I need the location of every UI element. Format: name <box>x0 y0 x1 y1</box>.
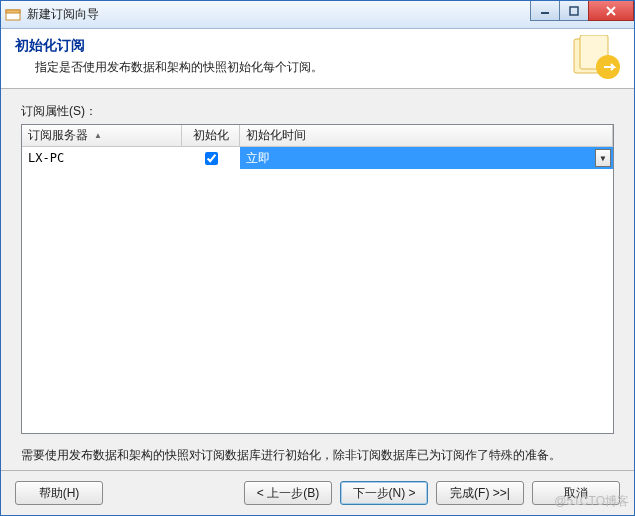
titlebar[interactable]: 新建订阅向导 <box>1 1 634 29</box>
svg-rect-1 <box>6 10 20 13</box>
back-button[interactable]: < 上一步(B) <box>244 481 332 505</box>
help-button[interactable]: 帮助(H) <box>15 481 103 505</box>
column-header-init[interactable]: 初始化 <box>182 125 240 146</box>
column-header-server[interactable]: 订阅服务器 <box>22 125 182 146</box>
chevron-down-icon[interactable]: ▼ <box>595 149 611 167</box>
init-time-value: 立即 <box>246 150 270 167</box>
next-button[interactable]: 下一步(N) > <box>340 481 428 505</box>
cancel-button[interactable]: 取消 <box>532 481 620 505</box>
info-note: 需要使用发布数据和架构的快照对订阅数据库进行初始化，除非订阅数据库已为订阅作了特… <box>21 446 614 464</box>
cell-init <box>182 147 240 169</box>
minimize-button[interactable] <box>530 1 560 21</box>
svg-rect-3 <box>570 7 578 15</box>
close-button[interactable] <box>588 1 634 21</box>
cell-server: LX-PC <box>22 147 182 169</box>
subscription-grid: 订阅服务器 初始化 初始化时间 LX-PC 立即 ▼ <box>21 124 614 434</box>
header-graphic-icon <box>568 35 624 81</box>
maximize-button[interactable] <box>559 1 589 21</box>
table-row[interactable]: LX-PC 立即 ▼ <box>22 147 613 169</box>
app-icon <box>5 7 21 23</box>
window-title: 新建订阅向导 <box>27 6 99 23</box>
wizard-window: 新建订阅向导 初始化订阅 指定是否使用发布数据和架构的快照初始化每个订阅。 <box>0 0 635 516</box>
button-bar: 帮助(H) < 上一步(B) 下一步(N) > 完成(F) >>| 取消 <box>1 470 634 515</box>
wizard-header: 初始化订阅 指定是否使用发布数据和架构的快照初始化每个订阅。 <box>1 29 634 89</box>
properties-label: 订阅属性(S)： <box>21 103 614 120</box>
column-header-init-time[interactable]: 初始化时间 <box>240 125 613 146</box>
page-subtitle: 指定是否使用发布数据和架构的快照初始化每个订阅。 <box>35 59 620 76</box>
cell-init-time-dropdown[interactable]: 立即 ▼ <box>240 147 613 169</box>
content-area: 订阅属性(S)： 订阅服务器 初始化 初始化时间 LX-PC 立即 ▼ <box>1 89 634 470</box>
grid-header: 订阅服务器 初始化 初始化时间 <box>22 125 613 147</box>
window-controls <box>530 1 634 21</box>
page-title: 初始化订阅 <box>15 37 620 55</box>
init-checkbox[interactable] <box>205 152 218 165</box>
grid-body: LX-PC 立即 ▼ <box>22 147 613 433</box>
finish-button[interactable]: 完成(F) >>| <box>436 481 524 505</box>
